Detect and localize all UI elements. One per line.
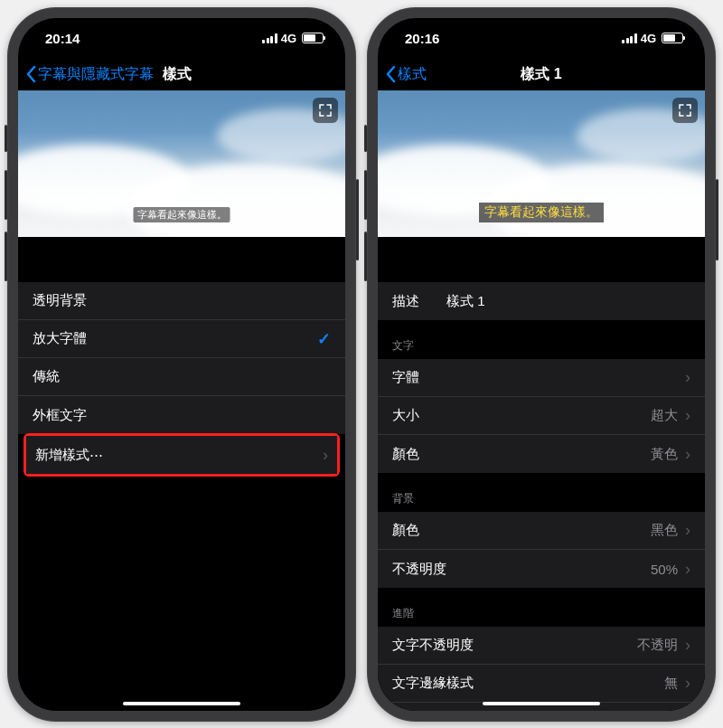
expand-icon [679, 104, 691, 117]
style-option[interactable]: 傳統 [18, 358, 345, 396]
caption-sample-text: 字幕看起來像這樣。 [134, 207, 230, 222]
size-row[interactable]: 大小 超大› [378, 397, 705, 435]
expand-button[interactable] [313, 98, 338, 123]
text-opacity-row[interactable]: 文字不透明度 不透明› [378, 627, 705, 665]
network-label: 4G [281, 32, 296, 45]
notch [105, 18, 258, 43]
chevron-right-icon: › [685, 406, 690, 425]
font-row[interactable]: 字體 › [378, 359, 705, 397]
phone-left: 20:14 4G 字幕與隱藏式字幕 樣式 字幕看起來像這樣。 [7, 7, 356, 722]
phone-right: 20:16 4G 樣式 樣式 1 字幕看起來像這樣。 [367, 7, 716, 722]
power-button[interactable] [716, 179, 718, 260]
chevron-right-icon: › [685, 636, 690, 655]
chevron-right-icon: › [685, 368, 690, 387]
back-button[interactable]: 字幕與隱藏式字幕 [25, 65, 154, 84]
text-color-row[interactable]: 顏色 黃色› [378, 435, 705, 473]
nav-title: 樣式 1 [378, 65, 705, 84]
expand-button[interactable] [672, 98, 698, 123]
back-button[interactable]: 樣式 [385, 65, 427, 84]
nav-bar: 樣式 樣式 1 [378, 58, 705, 90]
home-indicator[interactable] [123, 702, 240, 705]
network-label: 4G [641, 32, 656, 45]
mute-switch[interactable] [364, 125, 367, 152]
style-option[interactable]: 透明背景 [18, 282, 345, 320]
style-option[interactable]: 外框文字 [18, 396, 345, 434]
description-value: 樣式 1 [446, 293, 690, 310]
chevron-left-icon [25, 65, 36, 83]
section-header-background: 背景 [378, 473, 705, 512]
caption-sample-text: 字幕看起來像這樣。 [479, 203, 604, 222]
back-label: 字幕與隱藏式字幕 [38, 65, 154, 84]
home-indicator[interactable] [483, 702, 600, 705]
chevron-left-icon [385, 65, 396, 83]
style-option[interactable]: 放大字體 ✓ [18, 320, 345, 358]
new-style-button[interactable]: 新增樣式⋯ › [26, 436, 337, 474]
caption-preview: 字幕看起來像這樣。 [18, 90, 345, 237]
checkmark-icon: ✓ [317, 329, 331, 349]
notch [465, 18, 618, 43]
chevron-right-icon: › [685, 445, 690, 464]
expand-icon [319, 104, 332, 117]
screen-right: 20:16 4G 樣式 樣式 1 字幕看起來像這樣。 [378, 18, 705, 711]
content-left[interactable]: 透明背景 放大字體 ✓ 傳統 外框文字 新增樣式⋯ › [18, 237, 345, 711]
signal-icon [622, 33, 637, 43]
edge-style-row[interactable]: 文字邊緣樣式 無› [378, 665, 705, 703]
status-time: 20:14 [45, 31, 80, 46]
nav-bar: 字幕與隱藏式字幕 樣式 [18, 58, 345, 90]
nav-title: 樣式 [163, 65, 192, 84]
battery-icon [662, 33, 683, 43]
signal-icon [262, 33, 277, 43]
caption-preview: 字幕看起來像這樣。 [378, 90, 705, 237]
chevron-right-icon: › [685, 674, 690, 693]
chevron-right-icon: › [323, 446, 328, 465]
content-right[interactable]: 描述 樣式 1 文字 字體 › 大小 超大› 顏色 黃色› 背景 [378, 237, 705, 711]
mute-switch[interactable] [5, 125, 7, 152]
chevron-right-icon: › [685, 560, 690, 579]
status-right: 4G [262, 32, 324, 45]
volume-up[interactable] [364, 170, 367, 220]
screen-left: 20:14 4G 字幕與隱藏式字幕 樣式 字幕看起來像這樣。 [18, 18, 345, 711]
battery-icon [302, 33, 324, 43]
bg-color-row[interactable]: 顏色 黑色› [378, 512, 705, 550]
description-row[interactable]: 描述 樣式 1 [378, 282, 705, 320]
power-button[interactable] [356, 179, 359, 260]
status-time: 20:16 [405, 31, 439, 46]
volume-down[interactable] [5, 232, 7, 281]
volume-down[interactable] [364, 232, 367, 281]
status-right: 4G [622, 32, 683, 45]
section-header-text: 文字 [378, 320, 705, 359]
bg-opacity-row[interactable]: 不透明度 50%› [378, 550, 705, 588]
highlight-annotation: 新增樣式⋯ › [23, 433, 340, 477]
section-header-advanced: 進階 [378, 588, 705, 627]
chevron-right-icon: › [685, 521, 690, 540]
back-label: 樣式 [398, 65, 427, 84]
volume-up[interactable] [5, 170, 7, 220]
